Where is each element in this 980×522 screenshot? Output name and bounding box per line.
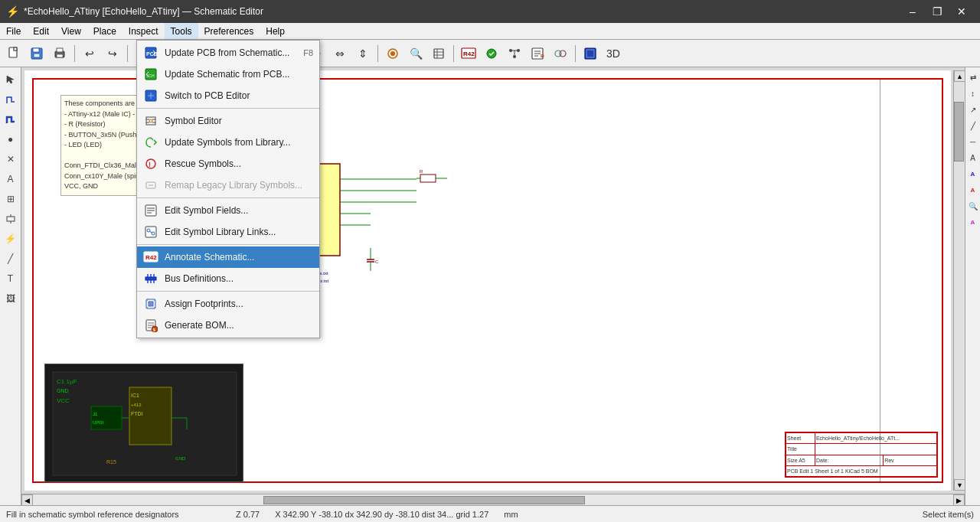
scroll-down-arrow[interactable]: ▼ [954, 479, 965, 491]
right-tool-1[interactable]: ⇄ [966, 70, 980, 84]
bom-icon: $ [143, 318, 158, 333]
add-bus-tool[interactable] [2, 110, 20, 129]
draw-line-tool[interactable]: ╱ [2, 250, 20, 268]
menu-edit-lib-links[interactable]: Edit Symbol Library Links... [137, 221, 319, 243]
select-tool[interactable] [2, 70, 20, 89]
menu-update-schematic[interactable]: SCH Update Schematic from PCB... [137, 64, 319, 85]
right-tool-10[interactable]: A [966, 215, 980, 229]
menu-tools[interactable]: Tools [165, 23, 198, 39]
image-tool[interactable]: 🖼 [2, 289, 20, 308]
svg-text:GND: GND [57, 388, 69, 393]
svg-text:R42: R42 [145, 254, 157, 261]
toolbar-separator-5 [377, 45, 378, 62]
svg-rect-1 [14, 47, 17, 51]
pcb-update-icon: PCB [143, 45, 158, 60]
junction-tool[interactable]: ● [2, 130, 20, 148]
menu-update-pcb-shortcut: F8 [303, 48, 313, 57]
menu-file[interactable]: File [0, 23, 27, 39]
text-tool[interactable]: T [2, 269, 20, 288]
menu-bar: File Edit View Place Inspect Tools Prefe… [0, 23, 980, 40]
menu-bus-definitions[interactable]: Bus Definitions... [137, 268, 319, 289]
right-tool-2[interactable]: ↕ [966, 86, 980, 100]
scroll-track-horizontal[interactable] [33, 494, 953, 505]
menu-symbol-editor-label: Symbol Editor [165, 116, 222, 126]
mirror-y-button[interactable]: ⇕ [352, 43, 374, 64]
svg-point-46 [560, 51, 566, 57]
svg-text:C1 1µF: C1 1µF [57, 378, 77, 385]
minimize-button[interactable]: – [900, 0, 925, 23]
no-connect-tool[interactable]: ✕ [2, 150, 20, 168]
menu-edit-symbol-fields[interactable]: Edit Symbol Fields... [137, 200, 319, 221]
horizontal-scrollbar[interactable]: ◀ ▶ [21, 494, 965, 505]
svg-text:R15: R15 [106, 459, 116, 465]
add-power-tool[interactable]: ⚡ [2, 230, 20, 248]
toolbar-separator-2 [127, 45, 128, 62]
right-tool-9[interactable]: 🔍 [966, 199, 980, 213]
right-tool-3[interactable]: ↗ [966, 103, 980, 116]
add-wire-tool[interactable] [2, 90, 20, 109]
right-tool-4[interactable]: ╱ [966, 119, 980, 132]
new-button[interactable] [3, 43, 24, 64]
add-symbol-tool[interactable] [2, 210, 20, 228]
right-tool-6[interactable]: A [966, 151, 980, 165]
board-view-button[interactable] [580, 43, 601, 64]
menu-inspect[interactable]: Inspect [122, 23, 165, 39]
search-button[interactable]: 🔍 [405, 43, 426, 64]
save-button[interactable] [26, 43, 47, 64]
menu-sep-4 [137, 291, 319, 292]
menu-assign-footprints[interactable]: Assign Footprints... [137, 293, 319, 315]
vertical-scrollbar[interactable]: ▲ ▼ [953, 70, 965, 491]
inspect-button[interactable] [428, 43, 449, 64]
annotate-icon: R42 [143, 250, 158, 265]
compare-button[interactable] [550, 43, 571, 64]
menu-update-pcb[interactable]: PCB Update PCB from Schematic... F8 [137, 42, 319, 64]
highlight-button[interactable] [382, 43, 403, 64]
svg-text:UPDI: UPDI [93, 420, 104, 425]
3d-view-button[interactable]: 3D [603, 43, 624, 64]
scroll-thumb-vertical[interactable] [954, 102, 964, 161]
menu-generate-bom-label: Generate BOM... [165, 320, 234, 331]
netlist-button[interactable] [504, 43, 525, 64]
bom-toolbar-button[interactable]: BOM [527, 43, 548, 64]
menu-edit[interactable]: Edit [27, 23, 55, 39]
menu-place[interactable]: Place [87, 23, 122, 39]
global-label-tool[interactable]: ⊞ [2, 190, 20, 208]
scroll-left-arrow[interactable]: ◀ [21, 494, 33, 505]
menu-preferences[interactable]: Preferences [198, 23, 260, 39]
svg-rect-7 [57, 54, 63, 57]
svg-rect-131 [145, 277, 156, 280]
svg-text:GND: GND [175, 456, 186, 461]
undo-button[interactable]: ↩ [79, 43, 100, 64]
close-button[interactable]: ✕ [949, 0, 974, 23]
svg-text:J1: J1 [93, 412, 98, 416]
menu-annotate[interactable]: R42 Annotate Schematic... [137, 246, 319, 268]
menu-update-symbols[interactable]: Update Symbols from Library... [137, 132, 319, 153]
svg-point-143 [154, 307, 155, 308]
menu-generate-bom[interactable]: $ Generate BOM... [137, 315, 319, 336]
menu-assign-footprints-label: Assign Footprints... [165, 299, 243, 309]
redo-button[interactable]: ↪ [102, 43, 123, 64]
restore-button[interactable]: ❐ [925, 0, 949, 23]
menu-switch-pcb[interactable]: Switch to PCB Editor [137, 85, 319, 106]
menu-help[interactable]: Help [260, 23, 291, 39]
scroll-up-arrow[interactable]: ▲ [954, 70, 965, 82]
scroll-thumb-horizontal[interactable] [263, 496, 586, 504]
rules-button[interactable]: R42 [458, 43, 479, 64]
right-tool-7[interactable]: A [966, 167, 980, 181]
menu-remap-legacy: Remap Legacy Library Symbols... [137, 175, 319, 196]
menu-symbol-editor[interactable]: Symbol Editor [137, 110, 319, 132]
menu-update-schematic-label: Update Schematic from PCB... [165, 69, 289, 80]
scroll-track-vertical[interactable] [954, 82, 965, 479]
menu-edit-symbol-fields-label: Edit Symbol Fields... [165, 205, 248, 216]
print-button[interactable] [49, 43, 70, 64]
check-button[interactable] [481, 43, 502, 64]
edit-lib-links-icon [143, 224, 158, 240]
mirror-x-button[interactable]: ⇔ [329, 43, 351, 64]
label-tool[interactable]: A [2, 170, 20, 188]
right-tool-8[interactable]: A [966, 183, 980, 197]
scroll-right-arrow[interactable]: ▶ [953, 494, 965, 505]
menu-view[interactable]: View [55, 23, 87, 39]
svg-text:BOM: BOM [541, 54, 544, 58]
menu-rescue-symbols[interactable]: ! Rescue Symbols... [137, 153, 319, 175]
right-tool-5[interactable]: ─ [966, 135, 980, 148]
